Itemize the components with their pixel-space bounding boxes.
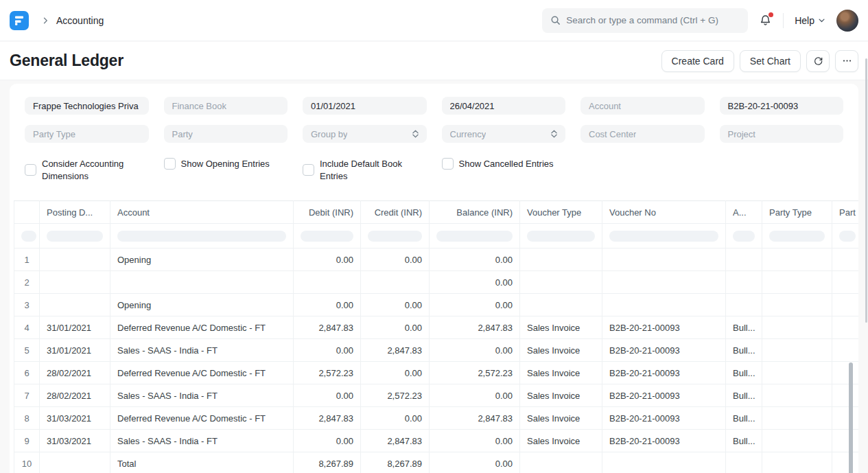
column-filter-account[interactable]	[110, 224, 294, 249]
column-filter-against[interactable]	[726, 224, 762, 249]
cell-date[interactable]	[40, 249, 110, 271]
group-by-select[interactable]: Group by	[303, 125, 427, 143]
currency-select[interactable]: Currency	[442, 125, 566, 143]
cell-vtype[interactable]	[520, 452, 602, 473]
cell-party[interactable]	[832, 249, 859, 271]
app-logo-icon[interactable]	[10, 11, 29, 30]
cell-credit[interactable]: 0.00	[361, 407, 430, 430]
cell-account[interactable]: Sales - SAAS - India - FT	[110, 384, 294, 407]
column-header-credit[interactable]: Credit (INR)	[361, 201, 430, 224]
cell-date[interactable]	[40, 271, 110, 294]
column-header-n[interactable]	[14, 201, 40, 224]
column-header-debit[interactable]: Debit (INR)	[294, 201, 361, 224]
cell-account[interactable]: Deferred Revenue A/C Domestic - FT	[110, 407, 294, 430]
cell-vtype[interactable]: Sales Invoice	[520, 339, 602, 362]
cell-balance[interactable]: 0.00	[430, 339, 520, 362]
cell-against[interactable]	[726, 452, 762, 473]
to-date-filter[interactable]: 26/04/2021	[442, 97, 566, 115]
show-cancelled-entries-checkbox[interactable]: Show Cancelled Entries	[442, 158, 566, 170]
cell-credit[interactable]: 0.00	[361, 362, 430, 384]
cell-credit[interactable]: 2,847.83	[361, 430, 430, 452]
cell-account[interactable]: Sales - SAAS - India - FT	[110, 339, 294, 362]
cell-party_type[interactable]	[762, 384, 832, 407]
cell-debit[interactable]: 2,847.83	[294, 407, 361, 430]
help-menu[interactable]: Help	[795, 15, 825, 26]
column-header-date[interactable]: Posting D...	[40, 201, 110, 224]
from-date-filter[interactable]: 01/01/2021	[303, 97, 427, 115]
cell-credit[interactable]: 0.00	[361, 316, 430, 339]
cell-vno[interactable]	[602, 452, 726, 473]
cell-credit[interactable]: 8,267.89	[361, 452, 430, 473]
cell-against[interactable]	[726, 294, 762, 316]
window-scrollbar[interactable]	[865, 58, 867, 323]
cell-vtype[interactable]	[520, 294, 602, 316]
column-header-against[interactable]: A...	[726, 201, 762, 224]
voucher-no-filter[interactable]: B2B-20-21-00093	[720, 97, 844, 115]
cell-against[interactable]: Bull...	[726, 362, 762, 384]
create-card-button[interactable]: Create Card	[661, 50, 734, 72]
cell-vtype[interactable]: Sales Invoice	[520, 316, 602, 339]
column-filter-balance[interactable]	[430, 224, 520, 249]
cell-party_type[interactable]	[762, 249, 832, 271]
cell-vno[interactable]: B2B-20-21-00093	[602, 316, 726, 339]
cell-debit[interactable]: 0.00	[294, 339, 361, 362]
cell-vno[interactable]: B2B-20-21-00093	[602, 407, 726, 430]
column-filter-party[interactable]	[832, 224, 859, 249]
cell-credit[interactable]: 0.00	[361, 249, 430, 271]
cell-vno[interactable]	[602, 294, 726, 316]
cell-party[interactable]	[832, 294, 859, 316]
cell-credit[interactable]: 0.00	[361, 294, 430, 316]
cell-party_type[interactable]	[762, 339, 832, 362]
finance-book-filter[interactable]: Finance Book	[164, 97, 288, 115]
search-input[interactable]: Search or type a command (Ctrl + G)	[542, 8, 748, 33]
cell-party_type[interactable]	[762, 362, 832, 384]
cell-vno[interactable]: B2B-20-21-00093	[602, 384, 726, 407]
cell-balance[interactable]: 0.00	[430, 294, 520, 316]
cell-account[interactable]	[110, 271, 294, 294]
cell-against[interactable]: Bull...	[726, 316, 762, 339]
cell-party[interactable]	[832, 316, 859, 339]
cell-account[interactable]: Total	[110, 452, 294, 473]
cell-account[interactable]: Deferred Revenue A/C Domestic - FT	[110, 316, 294, 339]
column-header-vtype[interactable]: Voucher Type	[520, 201, 602, 224]
cell-vno[interactable]	[602, 271, 726, 294]
cell-balance[interactable]: 0.00	[430, 249, 520, 271]
cell-date[interactable]: 31/03/2021	[40, 407, 110, 430]
column-header-party[interactable]: Part	[832, 201, 859, 224]
column-filter-credit[interactable]	[361, 224, 430, 249]
cell-balance[interactable]: 0.00	[430, 384, 520, 407]
user-avatar[interactable]	[836, 10, 858, 32]
column-filter-vno[interactable]	[602, 224, 726, 249]
cell-debit[interactable]	[294, 271, 361, 294]
menu-ellipsis-button[interactable]	[835, 50, 858, 72]
cell-debit[interactable]: 2,847.83	[294, 316, 361, 339]
company-filter[interactable]: Frappe Technologies Priva	[25, 97, 149, 115]
cell-party[interactable]	[832, 430, 859, 452]
notifications-bell-icon[interactable]	[759, 14, 772, 27]
cell-credit[interactable]	[361, 271, 430, 294]
cell-party[interactable]	[832, 339, 859, 362]
include-default-book-entries-checkbox[interactable]: Include Default Book Entries	[303, 158, 427, 182]
cell-against[interactable]: Bull...	[726, 407, 762, 430]
cell-date[interactable]: 28/02/2021	[40, 362, 110, 384]
cell-date[interactable]: 31/01/2021	[40, 316, 110, 339]
cell-vtype[interactable]	[520, 271, 602, 294]
column-header-account[interactable]: Account	[110, 201, 294, 224]
cell-balance[interactable]: 2,847.83	[430, 316, 520, 339]
cell-debit[interactable]: 0.00	[294, 294, 361, 316]
cell-against[interactable]: Bull...	[726, 384, 762, 407]
cell-party_type[interactable]	[762, 407, 832, 430]
account-filter[interactable]: Account	[580, 97, 705, 115]
column-filter-vtype[interactable]	[520, 224, 602, 249]
column-filter-n[interactable]	[14, 224, 40, 249]
cell-party[interactable]	[832, 407, 859, 430]
cell-party[interactable]	[832, 452, 859, 473]
cell-against[interactable]: Bull...	[726, 339, 762, 362]
cell-date[interactable]: 28/02/2021	[40, 384, 110, 407]
cell-date[interactable]: 31/01/2021	[40, 339, 110, 362]
set-chart-button[interactable]: Set Chart	[740, 50, 801, 72]
cell-party_type[interactable]	[762, 271, 832, 294]
column-filter-party_type[interactable]	[762, 224, 832, 249]
cell-debit[interactable]: 0.00	[294, 384, 361, 407]
cell-party[interactable]	[832, 362, 859, 384]
